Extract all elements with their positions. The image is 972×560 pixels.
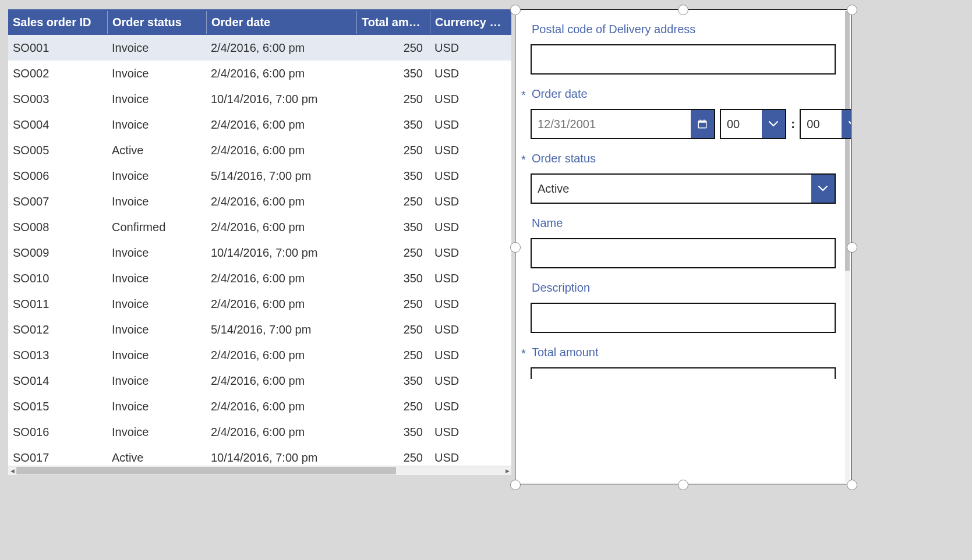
table-row[interactable]: SO005Active2/4/2016, 6:00 pm250USD (8, 137, 511, 163)
order-date-label: Order date (531, 87, 588, 100)
cell-currency: USD (430, 272, 511, 285)
column-header-id[interactable]: Sales order ID (8, 11, 107, 34)
cell-date: 2/4/2016, 6:00 pm (206, 118, 356, 132)
cell-status: Invoice (107, 323, 206, 336)
order-date-text[interactable] (532, 110, 691, 138)
postal-code-input[interactable] (531, 44, 836, 75)
table-row[interactable]: SO010Invoice2/4/2016, 6:00 pm350USD (8, 265, 511, 291)
order-status-value: Active (532, 175, 811, 203)
form-scroll-thumb[interactable] (845, 11, 850, 271)
cell-date: 2/4/2016, 6:00 pm (206, 67, 356, 80)
table-row[interactable]: SO009Invoice10/14/2016, 7:00 pm250USD (8, 240, 511, 265)
cell-id: SO005 (8, 144, 107, 157)
scroll-right-icon[interactable]: ▶ (503, 466, 511, 475)
svg-rect-3 (704, 120, 705, 122)
table-row[interactable]: SO017Active10/14/2016, 7:00 pm250USD (8, 445, 511, 466)
cell-date: 10/14/2016, 7:00 pm (206, 93, 356, 106)
cell-amount: 250 (356, 349, 430, 362)
total-amount-label: Total amount (531, 346, 599, 359)
resize-handle-ne[interactable] (847, 5, 857, 15)
hour-value: 00 (721, 110, 762, 138)
horizontal-scroll-thumb[interactable] (16, 467, 396, 474)
cell-id: SO014 (8, 374, 107, 388)
minute-input[interactable]: 00 (800, 109, 851, 139)
order-status-label: Order status (531, 152, 596, 165)
cell-currency: USD (430, 41, 511, 55)
chevron-down-icon[interactable] (762, 110, 785, 138)
table-row[interactable]: SO007Invoice2/4/2016, 6:00 pm250USD (8, 189, 511, 214)
cell-date: 2/4/2016, 6:00 pm (206, 221, 356, 234)
name-input[interactable] (531, 238, 836, 268)
cell-status: Invoice (107, 67, 206, 80)
cell-status: Confirmed (107, 221, 206, 234)
scroll-left-icon[interactable]: ◀ (8, 466, 16, 475)
table-row[interactable]: SO011Invoice2/4/2016, 6:00 pm250USD (8, 291, 511, 317)
horizontal-scrollbar[interactable]: ◀ ▶ (8, 466, 511, 475)
column-header-currency[interactable]: Currency of T (430, 11, 511, 34)
cell-currency: USD (430, 297, 511, 311)
column-header-date[interactable]: Order date (206, 11, 356, 34)
table-row[interactable]: SO013Invoice2/4/2016, 6:00 pm250USD (8, 342, 511, 368)
order-status-select[interactable]: Active (531, 173, 836, 204)
required-mark: * (521, 88, 526, 102)
cell-date: 5/14/2016, 7:00 pm (206, 323, 356, 336)
svg-rect-1 (698, 121, 706, 123)
cell-date: 2/4/2016, 6:00 pm (206, 349, 356, 362)
cell-date: 2/4/2016, 6:00 pm (206, 297, 356, 311)
table-row[interactable]: SO003Invoice10/14/2016, 7:00 pm250USD (8, 86, 511, 112)
cell-amount: 350 (356, 67, 430, 80)
table-row[interactable]: SO004Invoice2/4/2016, 6:00 pm350USD (8, 112, 511, 137)
table-row[interactable]: SO002Invoice2/4/2016, 6:00 pm350USD (8, 61, 511, 86)
cell-date: 2/4/2016, 6:00 pm (206, 374, 356, 388)
cell-id: SO004 (8, 118, 107, 132)
resize-handle-se[interactable] (847, 480, 857, 490)
cell-status: Active (107, 144, 206, 157)
detail-form-panel[interactable]: Postal code of Delivery address * Order … (515, 9, 851, 484)
hour-input[interactable]: 00 (720, 109, 786, 139)
cell-status: Invoice (107, 246, 206, 260)
table-row[interactable]: SO008Confirmed2/4/2016, 6:00 pm350USD (8, 214, 511, 240)
time-colon: : (791, 116, 795, 132)
cell-amount: 350 (356, 118, 430, 132)
table-body[interactable]: SO001Invoice2/4/2016, 6:00 pm250USDSO002… (8, 35, 511, 466)
chevron-down-icon[interactable] (842, 110, 851, 138)
total-amount-input[interactable] (531, 367, 836, 379)
name-label: Name (531, 217, 563, 229)
resize-handle-e[interactable] (847, 242, 857, 253)
cell-id: SO017 (8, 451, 107, 465)
resize-handle-n[interactable] (678, 5, 688, 15)
cell-date: 2/4/2016, 6:00 pm (206, 272, 356, 285)
cell-currency: USD (430, 426, 511, 439)
table-row[interactable]: SO006Invoice5/14/2016, 7:00 pm350USD (8, 163, 511, 189)
table-row[interactable]: SO012Invoice5/14/2016, 7:00 pm250USD (8, 317, 511, 342)
description-label: Description (531, 281, 590, 294)
column-header-amount[interactable]: Total amo... (356, 11, 430, 34)
table-row[interactable]: SO015Invoice2/4/2016, 6:00 pm250USD (8, 394, 511, 419)
svg-rect-2 (700, 120, 701, 122)
cell-id: SO008 (8, 221, 107, 234)
cell-currency: USD (430, 451, 511, 465)
cell-amount: 250 (356, 246, 430, 260)
calendar-icon[interactable] (691, 110, 714, 138)
cell-status: Invoice (107, 41, 206, 55)
column-header-status[interactable]: Order status (107, 11, 206, 34)
cell-date: 2/4/2016, 6:00 pm (206, 195, 356, 208)
table-row[interactable]: SO014Invoice2/4/2016, 6:00 pm350USD (8, 368, 511, 394)
description-input[interactable] (531, 303, 836, 333)
resize-handle-s[interactable] (678, 480, 688, 490)
postal-code-label: Postal code of Delivery address (531, 23, 695, 36)
table-row[interactable]: SO001Invoice2/4/2016, 6:00 pm250USD (8, 35, 511, 61)
table-row[interactable]: SO016Invoice2/4/2016, 6:00 pm350USD (8, 419, 511, 445)
chevron-down-icon[interactable] (811, 175, 835, 203)
cell-amount: 250 (356, 297, 430, 311)
required-mark: * (521, 347, 526, 360)
resize-handle-w[interactable] (510, 242, 521, 253)
cell-id: SO012 (8, 323, 107, 336)
cell-currency: USD (430, 67, 511, 80)
cell-status: Invoice (107, 118, 206, 132)
cell-status: Invoice (107, 349, 206, 362)
resize-handle-nw[interactable] (510, 5, 521, 15)
order-date-input[interactable] (531, 109, 715, 139)
resize-handle-sw[interactable] (510, 480, 521, 490)
cell-status: Invoice (107, 400, 206, 413)
